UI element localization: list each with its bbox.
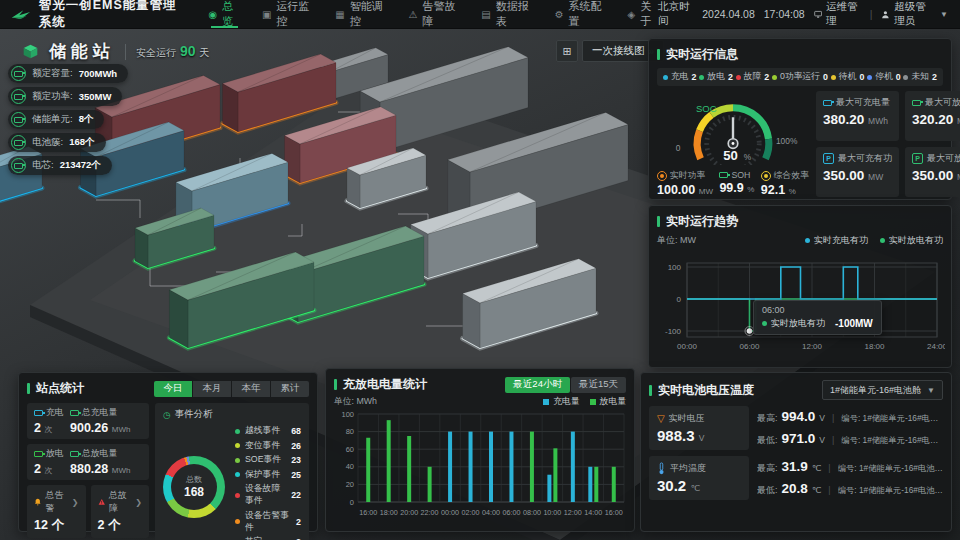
discharge-summary-card: 放电 总放电量 2 次 880.28 MWh xyxy=(27,444,149,480)
nav-item-monitoring[interactable]: ▣运行监控 xyxy=(262,0,313,28)
status-legend: 充电 2放电 2故障 20功率运行 0待机 0停机 0未知 2 xyxy=(657,68,943,86)
panel-title: 站点统计 xyxy=(27,380,84,397)
status-停机: 停机 0 xyxy=(867,71,901,83)
nav-item-config[interactable]: ⚙系统配置 xyxy=(555,0,606,28)
energy-icon xyxy=(70,451,79,457)
user-icon xyxy=(881,9,890,20)
svg-text:100: 100 xyxy=(668,263,682,272)
unit-label: 单位: MWh xyxy=(334,396,377,408)
tab-最近24小时[interactable]: 最近24小时 xyxy=(505,377,570,393)
panel-title: 实时运行趋势 xyxy=(657,213,943,230)
nav-item-alarms[interactable]: ⚠告警故障 xyxy=(408,0,459,28)
metric-efficiency: 综合效率 92.1 % xyxy=(761,170,809,197)
safe-running-days: 安全运行90天 xyxy=(136,43,210,60)
voltage-max-row: 最高: 994.0 V | 编号: 1#储能单元-16#电池舱-#3电池簇-P0… xyxy=(757,409,943,425)
grid-layout-icon[interactable]: ⊞ xyxy=(556,40,578,62)
panel-title: 实时运行信息 xyxy=(657,46,943,63)
legend-实时充电有功: 实时充电有功 xyxy=(805,234,868,247)
user-menu[interactable]: 超级管理员 ▼ xyxy=(881,0,948,28)
ops-management-button[interactable]: 运维管理 xyxy=(814,0,861,28)
svg-text:10:00: 10:00 xyxy=(543,508,561,517)
energy-icon xyxy=(70,410,79,416)
voltage-icon: ▽ xyxy=(657,413,665,424)
divider xyxy=(125,44,126,60)
charge-icon xyxy=(34,410,43,416)
alarm-icon: ⚠ xyxy=(408,9,417,20)
tab-最近15天[interactable]: 最近15天 xyxy=(571,377,626,393)
nav-item-about[interactable]: ◈关于 xyxy=(628,0,658,28)
svg-text:12:00: 12:00 xyxy=(564,508,582,517)
total-alarms-card[interactable]: 总告警❯ 12 个 xyxy=(27,485,86,538)
tab-累计[interactable]: 累计 xyxy=(271,381,309,397)
tab-本年[interactable]: 本年 xyxy=(232,381,270,397)
event-donut-chart: 总数 168 xyxy=(163,456,225,518)
status-dot xyxy=(867,75,872,80)
event-legend-row: 保护事件25 xyxy=(235,469,301,481)
station-stat-cells: 电芯:213472个 xyxy=(8,156,112,175)
monitor-icon: ▣ xyxy=(262,9,271,20)
date-display: 2024.04.08 xyxy=(702,8,755,20)
bell-icon xyxy=(34,497,42,507)
app-root: 智光一创EMS能量管理系统 ◉总览▣运行监控▦智能调控⚠告警故障▤数据报表⚙系统… xyxy=(0,0,960,540)
status-充电: 充电 2 xyxy=(663,71,697,83)
tab-本月[interactable]: 本月 xyxy=(193,381,231,397)
nav-item-overview[interactable]: ◉总览 xyxy=(209,0,240,28)
battery-icon xyxy=(912,100,921,106)
soc-label: SOC xyxy=(696,103,717,114)
overview-icon: ◉ xyxy=(209,9,218,20)
bar-legend: 充电量放电量 xyxy=(543,396,626,408)
legend-放电量: 放电量 xyxy=(590,396,626,408)
header-right: 北京时间 2024.04.08 17:04:08 运维管理 | 超级管理员 ▼ xyxy=(658,0,960,28)
card-max-chargeable-energy: 最大可充电量 380.20 MWh xyxy=(816,91,899,141)
power-icon xyxy=(657,171,667,181)
tab-今日[interactable]: 今日 xyxy=(154,381,192,397)
chart-tooltip: 06:00 实时放电有功 -100MW xyxy=(753,300,882,335)
total-faults-card[interactable]: 总故障❯ 2 个 xyxy=(91,485,150,538)
event-legend-row: 越线事件68 xyxy=(235,425,301,437)
dispatch-icon: ▦ xyxy=(335,9,344,20)
station-stat-storage-units: 储能单元:8个 xyxy=(8,110,104,129)
battery-icon xyxy=(11,158,26,173)
status-未知: 未知 2 xyxy=(903,71,937,83)
active-power-icon: P xyxy=(823,153,834,164)
card-max-dischargeable-energy: 最大可放电量 320.20 MWh xyxy=(905,91,960,141)
battery-icon xyxy=(11,112,26,127)
voltage-min-row: 最低: 971.0 V | 编号: 1#储能单元-16#电池舱-#3电池簇-P0… xyxy=(757,431,943,447)
svg-text:22:00: 22:00 xyxy=(421,508,439,517)
nav-item-dispatch[interactable]: ▦智能调控 xyxy=(335,0,386,28)
nav-item-reports[interactable]: ▤数据报表 xyxy=(481,0,532,28)
soc-gauge: 0 SOC 100% 50 % xyxy=(657,91,809,165)
battery-icon xyxy=(823,100,832,106)
battery-icon xyxy=(11,135,26,150)
card-max-discharge-power: P 最大可放有功 350.00 MW xyxy=(905,147,960,197)
battery-cabin-select[interactable]: 1#储能单元-16#电池舱▼ xyxy=(822,380,943,400)
soc-gauge-block: 0 SOC 100% 50 % 实时功率 100.00 MW xyxy=(657,91,809,197)
station-header: 储能站 安全运行90天 xyxy=(22,40,210,63)
thermometer-icon xyxy=(657,462,666,475)
station-stat-rated-capacity: 额定容量:700MWh xyxy=(8,64,128,83)
period-tabs: 今日本月本年累计 xyxy=(154,381,309,397)
legend-充电量: 充电量 xyxy=(543,396,579,408)
svg-text:00:00: 00:00 xyxy=(677,342,698,351)
station-stats: 额定容量:700MWh额定功率:350MW储能单元:8个电池簇:168个电芯:2… xyxy=(8,64,128,175)
energy-bar-chart: 02040608010016:0018:0020:0022:0000:0002:… xyxy=(334,408,628,524)
svg-text:20:00: 20:00 xyxy=(400,508,418,517)
svg-text:18:00: 18:00 xyxy=(380,508,398,517)
config-icon: ⚙ xyxy=(555,9,564,20)
svg-text:16:00: 16:00 xyxy=(605,508,623,517)
svg-text:08:00: 08:00 xyxy=(523,508,541,517)
event-legend-row: 变位事件26 xyxy=(235,440,301,452)
temperature-max-row: 最高: 31.9 ℃ | 编号: 1#储能单元-16#电池舱-#3电池簇-P02… xyxy=(757,459,943,475)
metric-soh: SOH 99.9 % xyxy=(719,170,754,197)
event-legend-row: SOE事件23 xyxy=(235,454,301,466)
svg-text:00:00: 00:00 xyxy=(441,508,459,517)
status-故障: 故障 2 xyxy=(736,71,770,83)
range-tabs: 最近24小时最近15天 xyxy=(505,377,626,393)
status-0功率运行: 0功率运行 0 xyxy=(772,71,828,83)
about-icon: ◈ xyxy=(628,9,636,20)
time-display: 17:04:08 xyxy=(764,8,805,20)
ops-monitor-icon xyxy=(814,10,822,19)
average-temperature-card: 平均温度 30.2 ℃ xyxy=(649,456,749,500)
logo-icon xyxy=(10,8,32,21)
status-dot xyxy=(663,75,668,80)
